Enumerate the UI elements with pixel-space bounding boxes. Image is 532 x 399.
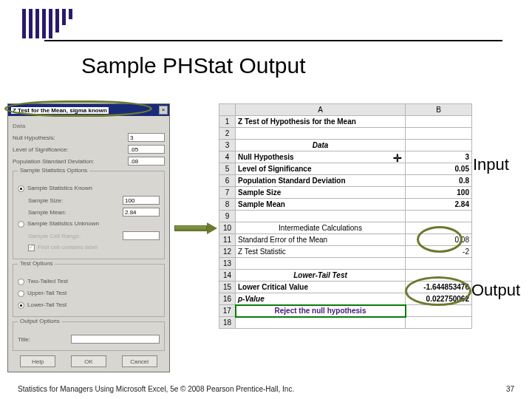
sample-stats-label: Sample Statistics Options (18, 167, 89, 174)
pop-sd-label: Population Standard Deviation: (13, 158, 128, 165)
cell[interactable]: 100 (406, 187, 472, 199)
footer: Statistics for Managers Using Microsoft … (18, 385, 514, 393)
cell[interactable] (236, 258, 406, 270)
cell[interactable] (406, 258, 472, 270)
cell[interactable] (406, 317, 472, 329)
cursor-icon: ✛ (393, 152, 402, 164)
row-header[interactable]: 6 (219, 175, 236, 187)
row-header[interactable]: 17 (219, 305, 236, 317)
cell[interactable]: Null Hypothesis (236, 151, 406, 163)
cell[interactable]: Z Test Statistic (236, 246, 406, 258)
page-number: 37 (506, 385, 514, 393)
cell[interactable]: Level of Significance (236, 163, 406, 175)
row-header[interactable]: 4 (219, 151, 236, 163)
cell[interactable] (236, 128, 406, 140)
row-header[interactable]: 16 (219, 293, 236, 305)
annotation-input: Input (473, 155, 509, 174)
dialog-title: Z Test for the Mean, sigma known (11, 107, 109, 114)
cell[interactable]: Standard Error of the Mean (236, 234, 406, 246)
null-hyp-label: Null Hypothesis: (13, 134, 128, 141)
cell[interactable]: Lower-Tail Test (236, 270, 406, 282)
cell[interactable]: 3 (406, 151, 472, 163)
cell[interactable]: Intermediate Calculations (236, 222, 406, 234)
cell[interactable]: Lower Critical Value (236, 282, 406, 293)
row-header[interactable]: 11 (219, 234, 236, 246)
annotation-output: Output (471, 281, 520, 300)
close-icon[interactable]: × (159, 106, 168, 115)
row-header[interactable]: 18 (219, 317, 236, 329)
sample-size-field[interactable]: 100 (123, 196, 160, 205)
highlight-oval-intermediate (417, 226, 463, 253)
cell[interactable]: Z Test of Hypothesis for the Mean (236, 116, 406, 128)
row-header[interactable]: 2 (219, 128, 236, 140)
cancel-button[interactable]: Cancel (122, 355, 157, 367)
cell[interactable]: Data (236, 140, 406, 151)
row-header[interactable]: 1 (219, 116, 236, 128)
output-options-label: Output Options (18, 318, 62, 324)
row-header[interactable]: 12 (219, 246, 236, 258)
cell[interactable] (236, 211, 406, 222)
cell[interactable] (406, 116, 472, 128)
cell[interactable]: p-Value (236, 293, 406, 305)
ztest-dialog: Z Test for the Mean, sigma known × Data … (7, 103, 170, 372)
row-header[interactable]: 9 (219, 211, 236, 222)
check-first-label: First cell contains label (28, 244, 98, 250)
decorative-bars (22, 9, 72, 38)
test-options-group: Test Options Two-Tailed Test Upper-Tail … (13, 264, 165, 317)
radio-two-tail[interactable]: Two-Tailed Test (18, 278, 68, 284)
row-header[interactable]: 14 (219, 270, 236, 282)
cell-range-field (123, 231, 160, 240)
sample-mean-label: Sample Mean: (28, 209, 123, 216)
null-hyp-field[interactable]: 3 (128, 133, 165, 142)
pop-sd-field[interactable]: .08 (128, 157, 165, 166)
sample-stats-group: Sample Statistics Options Sample Statist… (13, 171, 165, 259)
sample-size-label: Sample Size: (28, 197, 123, 204)
row-header[interactable]: 13 (219, 258, 236, 270)
row-header[interactable]: 10 (219, 222, 236, 234)
corner-cell (219, 104, 236, 116)
row-header[interactable]: 7 (219, 187, 236, 199)
row-header[interactable]: 8 (219, 199, 236, 211)
cell[interactable]: 2.84 (406, 199, 472, 211)
cell[interactable]: Population Standard Deviation (236, 175, 406, 187)
col-header-b[interactable]: B (406, 104, 472, 116)
highlight-oval-results (405, 276, 471, 306)
cell[interactable]: Sample Size (236, 187, 406, 199)
horizontal-rule (44, 40, 502, 41)
sig-field[interactable]: .05 (128, 145, 165, 154)
radio-known[interactable]: Sample Statistics Known (18, 185, 92, 191)
cell-range-label: Sample Cell Range: (28, 233, 123, 239)
row-header[interactable]: 15 (219, 282, 236, 293)
cell-reject[interactable]: Reject the null hypothesis (236, 305, 406, 317)
title-field[interactable] (71, 335, 160, 344)
help-button[interactable]: Help (20, 355, 55, 367)
radio-unknown[interactable]: Sample Statistics Unknown (18, 220, 99, 227)
radio-upper-tail[interactable]: Upper-Tail Test (18, 290, 66, 296)
sample-mean-field[interactable]: 2.84 (123, 208, 160, 216)
row-header[interactable]: 5 (219, 163, 236, 175)
data-section-label: Data (13, 120, 165, 131)
radio-lower-tail[interactable]: Lower-Tail Test (18, 301, 66, 308)
cell[interactable] (406, 128, 472, 140)
cell[interactable] (236, 317, 406, 329)
cell[interactable] (406, 211, 472, 222)
sig-label: Level of Significance: (13, 146, 128, 153)
footer-left: Statistics for Managers Using Microsoft … (18, 385, 294, 393)
output-options-group: Output Options Title: (13, 321, 165, 351)
title-label: Title: (18, 336, 71, 343)
cell[interactable] (406, 140, 472, 151)
cell[interactable]: 0.8 (406, 175, 472, 187)
dialog-titlebar: Z Test for the Mean, sigma known × (8, 104, 169, 116)
test-options-label: Test Options (18, 260, 55, 267)
row-header[interactable]: 3 (219, 140, 236, 151)
cell[interactable]: 0.05 (406, 163, 472, 175)
ok-button[interactable]: OK (71, 355, 106, 367)
arrow-icon (174, 223, 219, 233)
slide-title: Sample PHStat Output (81, 53, 306, 78)
cell[interactable] (406, 305, 472, 317)
cell[interactable]: Sample Mean (236, 199, 406, 211)
col-header-a[interactable]: A (236, 104, 406, 116)
